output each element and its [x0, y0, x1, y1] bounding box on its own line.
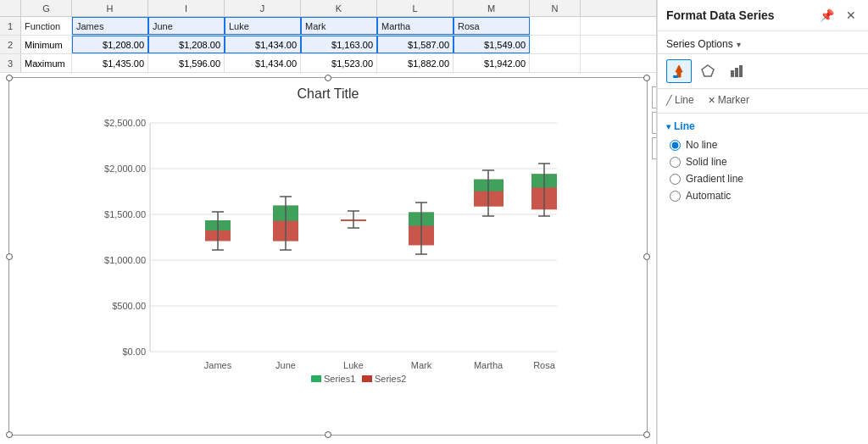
cell-h2[interactable]: $1,208.00 [72, 36, 148, 53]
table-row: 3 Maximum $1,435.00 $1,596.00 $1,434.00 … [0, 54, 656, 73]
svg-text:Series1: Series1 [324, 374, 355, 384]
format-panel: Format Data Series 📌 ✕ Series Options ▾ [657, 0, 868, 444]
handle-ml[interactable] [6, 253, 13, 260]
cell-l3[interactable]: $1,882.00 [377, 54, 453, 72]
paint-bucket-icon [671, 64, 687, 79]
cell-l1[interactable]: Martha [377, 17, 453, 35]
svg-text:$500.00: $500.00 [112, 301, 146, 311]
cell-m1[interactable]: Rosa [453, 17, 530, 35]
cell-n1[interactable] [530, 17, 581, 35]
bar-mark[interactable]: Mark [409, 203, 434, 370]
tab-line[interactable]: ╱ Line [666, 94, 694, 108]
svg-text:Rosa: Rosa [533, 360, 556, 370]
pentagon-icon [700, 64, 715, 79]
radio-automatic-input[interactable] [670, 191, 681, 202]
svg-rect-55 [731, 70, 734, 77]
handle-tr[interactable] [643, 75, 650, 81]
col-header-k: K [301, 0, 377, 16]
icon-row [658, 54, 868, 89]
chevron-down-icon[interactable]: ▾ [737, 40, 741, 49]
svg-rect-53 [673, 75, 678, 78]
cell-i3[interactable]: $1,596.00 [148, 54, 225, 72]
chart-wrap: + 🖌 ▽ Chart Title $2,500.00 $2,000.00 $1… [0, 73, 656, 444]
cell-j1[interactable]: Luke [225, 17, 301, 35]
bar-rosa[interactable]: Rosa [531, 164, 557, 370]
handle-tl[interactable] [6, 75, 13, 81]
cell-h1[interactable]: James [72, 17, 148, 35]
cell-i2[interactable]: $1,208.00 [148, 36, 225, 53]
col-header-j: J [225, 0, 301, 16]
cell-m2[interactable]: $1,549.00 [453, 36, 530, 53]
pentagon-button[interactable] [695, 59, 721, 83]
row-num-header [0, 0, 21, 16]
bar-martha[interactable]: Martha [474, 170, 504, 370]
chart-svg: $2,500.00 $2,000.00 $1,500.00 $1,000.00 … [9, 106, 647, 386]
svg-rect-56 [735, 68, 738, 77]
cell-j3[interactable]: $1,434.00 [225, 54, 301, 72]
cell-k1[interactable]: Mark [301, 17, 377, 35]
col-header-m: M [453, 0, 530, 16]
radio-gradient-line-label: Gradient line [686, 173, 743, 185]
cell-g1[interactable]: Function [21, 17, 72, 35]
svg-rect-48 [311, 375, 321, 382]
svg-marker-52 [676, 65, 682, 77]
line-section: ▾ Line No line Solid line Gradient line … [658, 114, 868, 214]
pin-button[interactable]: 📌 [816, 7, 837, 24]
bar-james[interactable]: James [204, 212, 232, 370]
table-row: 2 Minimum $1,208.00 $1,208.00 $1,434.00 … [0, 36, 656, 54]
cell-l2[interactable]: $1,587.00 [377, 36, 453, 53]
chart-title[interactable]: Chart Title [9, 78, 647, 106]
cell-g3[interactable]: Maximum [21, 54, 72, 72]
cell-g2[interactable]: Minimum [21, 36, 72, 53]
radio-no-line[interactable]: No line [666, 139, 860, 151]
tab-marker[interactable]: ✕ Marker [708, 94, 749, 108]
handle-bm[interactable] [325, 431, 331, 438]
cell-n2[interactable] [530, 36, 581, 53]
handle-mr[interactable] [643, 253, 650, 260]
chart-box[interactable]: + 🖌 ▽ Chart Title $2,500.00 $2,000.00 $1… [8, 77, 648, 436]
bar-luke[interactable]: Luke [341, 211, 366, 370]
paint-bucket-button[interactable] [666, 59, 692, 83]
handle-br[interactable] [643, 431, 650, 438]
close-button[interactable]: ✕ [843, 7, 860, 24]
radio-no-line-input[interactable] [670, 140, 681, 151]
cell-k3[interactable]: $1,523.00 [301, 54, 377, 72]
spreadsheet-area: G H I J K L M N 1 Function James June Lu… [0, 0, 657, 444]
cell-m3[interactable]: $1,942.00 [453, 54, 530, 72]
radio-gradient-line-input[interactable] [670, 174, 681, 185]
handle-bl[interactable] [6, 431, 13, 438]
svg-text:Mark: Mark [411, 360, 432, 370]
panel-title: Format Data Series [666, 8, 775, 22]
cell-k2[interactable]: $1,163.00 [301, 36, 377, 53]
radio-solid-line-label: Solid line [686, 156, 727, 168]
col-header-g: G [21, 0, 72, 16]
svg-text:$2,500.00: $2,500.00 [104, 118, 146, 128]
cell-i1[interactable]: June [148, 17, 225, 35]
cell-h3[interactable]: $1,435.00 [72, 54, 148, 72]
cell-j2[interactable]: $1,434.00 [225, 36, 301, 53]
panel-header: Format Data Series 📌 ✕ [658, 0, 868, 31]
svg-rect-50 [362, 375, 372, 382]
bar-chart-button[interactable] [724, 59, 749, 83]
cell-n3[interactable] [530, 54, 581, 72]
handle-tm[interactable] [325, 75, 331, 81]
column-headers: G H I J K L M N [0, 0, 656, 17]
svg-text:$1,000.00: $1,000.00 [104, 255, 146, 265]
spreadsheet-rows: 1 Function James June Luke Mark Martha R… [0, 17, 656, 73]
svg-text:Luke: Luke [343, 360, 364, 370]
line-section-title: ▾ Line [666, 120, 860, 132]
svg-text:$1,500.00: $1,500.00 [104, 209, 146, 219]
svg-text:June: June [275, 360, 296, 370]
col-header-n: N [530, 0, 581, 16]
line-marker-row: ╱ Line ✕ Marker [658, 89, 868, 114]
series-options-row: Series Options ▾ [658, 31, 868, 54]
panel-header-icons: 📌 ✕ [816, 7, 860, 24]
radio-solid-line[interactable]: Solid line [666, 156, 860, 168]
svg-marker-54 [702, 65, 714, 76]
svg-text:Martha: Martha [474, 360, 504, 370]
radio-automatic[interactable]: Automatic [666, 190, 860, 202]
radio-solid-line-input[interactable] [670, 157, 681, 168]
radio-gradient-line[interactable]: Gradient line [666, 173, 860, 185]
row-num-1: 1 [0, 17, 21, 35]
bar-june[interactable]: June [273, 197, 298, 370]
